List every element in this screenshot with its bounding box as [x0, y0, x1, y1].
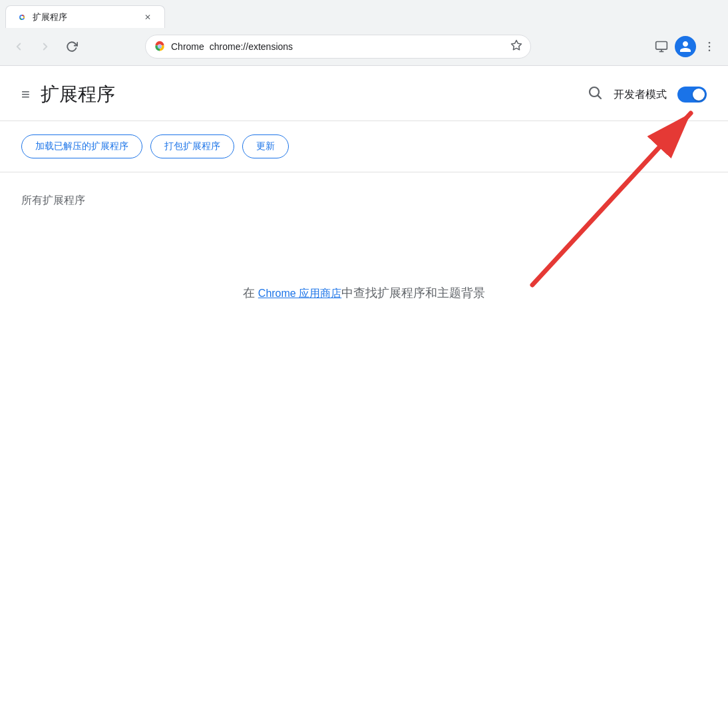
- tab-manager-icon: [655, 40, 668, 53]
- tab-favicon: [17, 12, 27, 23]
- url-display: chrome://extensions: [210, 41, 505, 52]
- address-bar[interactable]: Chrome chrome://extensions: [145, 35, 531, 59]
- site-name-label: Chrome: [171, 41, 204, 52]
- bookmark-button[interactable]: [510, 39, 522, 55]
- page-content: ≡ 扩展程序 开发者模式 加载已解压的扩展程序 打包扩展程序 更新 所有扩展程序…: [0, 66, 728, 707]
- svg-point-4: [21, 16, 23, 19]
- tab-manager-button[interactable]: [651, 36, 672, 57]
- update-button[interactable]: 更新: [242, 134, 289, 158]
- svg-point-13: [709, 42, 711, 43]
- star-icon: [510, 39, 522, 51]
- profile-button[interactable]: [675, 36, 696, 57]
- action-buttons-row: 加载已解压的扩展程序 打包扩展程序 更新: [0, 121, 728, 172]
- search-svg-icon: [587, 85, 603, 101]
- forward-icon: [39, 41, 51, 53]
- forward-button[interactable]: [35, 36, 56, 57]
- store-link-area: 在 Chrome 应用商店中查找扩展程序和主题背景: [0, 245, 728, 328]
- svg-line-17: [598, 96, 601, 99]
- reload-button[interactable]: [61, 36, 83, 57]
- active-tab[interactable]: 扩展程序 ✕: [5, 5, 165, 28]
- svg-point-14: [709, 46, 711, 48]
- dev-mode-label: 开发者模式: [614, 88, 667, 102]
- more-menu-button[interactable]: [699, 36, 720, 57]
- chrome-web-store-link[interactable]: Chrome 应用商店: [258, 288, 341, 299]
- toggle-knob: [693, 89, 705, 101]
- back-button[interactable]: [8, 36, 29, 57]
- search-icon[interactable]: [587, 85, 603, 105]
- all-extensions-label: 所有扩展程序: [21, 194, 707, 208]
- profile-icon: [679, 40, 692, 53]
- page-title: 扩展程序: [41, 82, 115, 107]
- extensions-header: ≡ 扩展程序 开发者模式: [0, 66, 728, 121]
- svg-marker-9: [512, 40, 522, 49]
- more-menu-icon: [703, 40, 716, 53]
- menu-icon[interactable]: ≡: [21, 86, 30, 103]
- tab-title-label: 扩展程序: [33, 11, 136, 23]
- dev-mode-toggle[interactable]: [677, 87, 707, 103]
- reload-icon: [66, 41, 78, 53]
- chrome-logo-icon: [154, 41, 166, 53]
- store-text-post: 中查找扩展程序和主题背景: [341, 286, 485, 300]
- back-icon: [13, 41, 25, 53]
- extensions-list-area: 所有扩展程序: [0, 172, 728, 245]
- svg-point-8: [159, 46, 160, 47]
- svg-rect-10: [656, 42, 667, 50]
- store-text-pre: 在: [243, 286, 258, 300]
- load-unpacked-button[interactable]: 加载已解压的扩展程序: [21, 134, 142, 158]
- svg-point-15: [709, 50, 711, 52]
- pack-extension-button[interactable]: 打包扩展程序: [150, 134, 234, 158]
- tab-close-button[interactable]: ✕: [142, 11, 154, 23]
